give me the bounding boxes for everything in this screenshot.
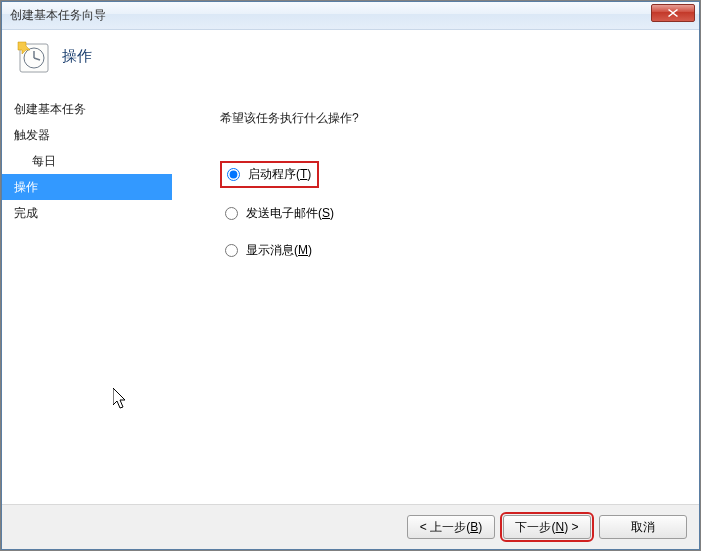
content: 创建基本任务 触发器 每日 操作 完成 希望该任务执行什么操作? 启动程序(T)… bbox=[2, 90, 699, 504]
sidebar-item-trigger[interactable]: 触发器 bbox=[2, 122, 172, 148]
close-icon bbox=[668, 9, 678, 17]
titlebar: 创建基本任务向导 bbox=[2, 2, 699, 30]
sidebar-item-daily[interactable]: 每日 bbox=[2, 148, 172, 174]
sidebar: 创建基本任务 触发器 每日 操作 完成 bbox=[2, 90, 172, 504]
radio-send-email[interactable] bbox=[225, 207, 238, 220]
radio-display-message[interactable] bbox=[225, 244, 238, 257]
radio-start-program[interactable] bbox=[227, 168, 240, 181]
sidebar-item-finish[interactable]: 完成 bbox=[2, 200, 172, 226]
option-label: 启动程序(T) bbox=[248, 166, 311, 183]
cancel-button[interactable]: 取消 bbox=[599, 515, 687, 539]
option-label: 发送电子邮件(S) bbox=[246, 205, 334, 222]
wizard-window: 创建基本任务向导 操作 创建基本任务 触发器 每日 操作 完成 bbox=[1, 1, 700, 550]
sidebar-item-create-task[interactable]: 创建基本任务 bbox=[2, 96, 172, 122]
close-button[interactable] bbox=[651, 4, 695, 22]
sidebar-item-action[interactable]: 操作 bbox=[2, 174, 172, 200]
option-send-email[interactable]: 发送电子邮件(S) bbox=[220, 202, 340, 225]
main-panel: 希望该任务执行什么操作? 启动程序(T) 发送电子邮件(S) 显示消息(M) bbox=[172, 90, 699, 504]
option-start-program[interactable]: 启动程序(T) bbox=[220, 161, 319, 188]
header: 操作 bbox=[2, 30, 699, 90]
prompt-text: 希望该任务执行什么操作? bbox=[220, 110, 679, 127]
window-title: 创建基本任务向导 bbox=[10, 7, 106, 24]
back-button[interactable]: < 上一步(B) bbox=[407, 515, 495, 539]
page-title: 操作 bbox=[62, 47, 92, 66]
option-display-message[interactable]: 显示消息(M) bbox=[220, 239, 318, 262]
footer: < 上一步(B) 下一步(N) > 取消 bbox=[2, 504, 699, 549]
next-button[interactable]: 下一步(N) > bbox=[503, 515, 591, 539]
task-clock-icon bbox=[16, 40, 48, 72]
option-label: 显示消息(M) bbox=[246, 242, 312, 259]
